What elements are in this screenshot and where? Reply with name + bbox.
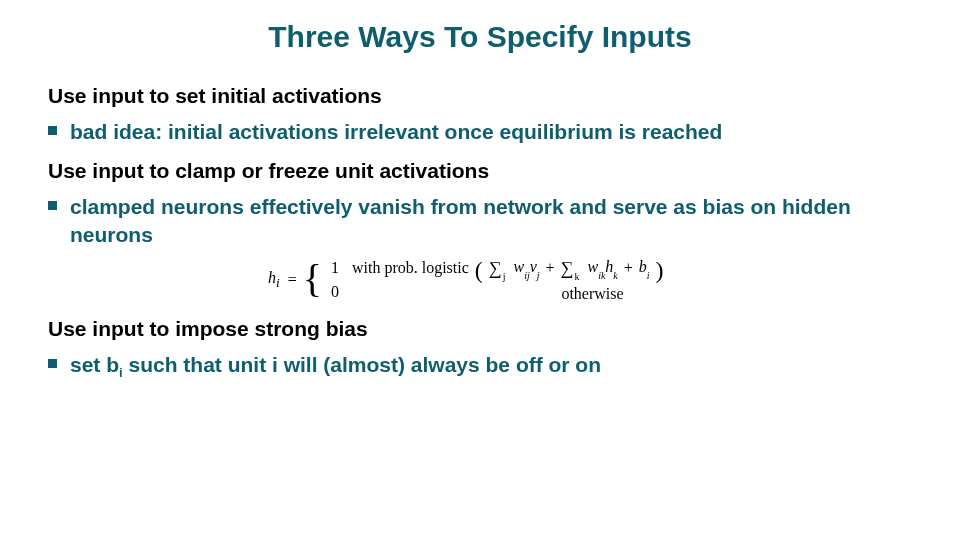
bullet3-prefix: set b [70, 353, 119, 376]
plus-icon: + [546, 259, 555, 277]
equals-sign: = [288, 271, 297, 289]
case1-condition: with prob. logistic ( ∑ j wijvj + ∑ k [352, 258, 664, 279]
page-title: Three Ways To Specify Inputs [48, 20, 912, 54]
bullet-item: bad idea: initial activations irrelevant… [70, 118, 912, 145]
sum2-index: k [574, 271, 579, 282]
sigma-icon: ∑ [489, 258, 502, 279]
formula-block: hi = { 1 0 with prob. logistic ( ∑ j wij… [268, 258, 912, 303]
formula: hi = { 1 0 with prob. logistic ( ∑ j wij… [268, 258, 664, 303]
case1-prefix: with prob. logistic [352, 259, 469, 277]
plus-icon: + [624, 259, 633, 277]
case2-condition: otherwise [561, 285, 623, 303]
sum2-w: w [587, 258, 598, 275]
formula-lhs-var: h [268, 269, 276, 286]
formula-lhs-sub: i [276, 275, 280, 290]
sum1-w: w [513, 258, 524, 275]
bullet3-suffix: such that unit i will (almost) always be… [123, 353, 601, 376]
section-2-bullets: clamped neurons effectively vanish from … [48, 193, 912, 248]
sum1-vsub: j [537, 270, 540, 281]
slide: Three Ways To Specify Inputs Use input t… [0, 0, 960, 540]
section-1-bullets: bad idea: initial activations irrelevant… [48, 118, 912, 145]
case2-value: 0 [326, 283, 344, 301]
section-2-head: Use input to clamp or freeze unit activa… [48, 159, 912, 183]
sum1-wsub: ij [524, 270, 530, 281]
case1-value: 1 [326, 259, 344, 277]
bullet-item: clamped neurons effectively vanish from … [70, 193, 912, 248]
sigma-icon: ∑ [561, 258, 574, 279]
sum2-hsub: k [613, 270, 617, 281]
section-3-head: Use input to impose strong bias [48, 317, 912, 341]
lparen-icon: ( [475, 261, 483, 279]
sum1-v: v [530, 258, 537, 275]
rparen-icon: ) [656, 261, 664, 279]
sum1-index: j [503, 271, 506, 282]
brace-icon: { [303, 259, 322, 299]
sum2-wsub: ik [598, 270, 605, 281]
section-3-bullets: set bi such that unit i will (almost) al… [48, 351, 912, 378]
bias-sub: i [647, 270, 650, 281]
bias-var: b [639, 258, 647, 275]
section-1-head: Use input to set initial activations [48, 84, 912, 108]
bullet-item: set bi such that unit i will (almost) al… [70, 351, 912, 378]
